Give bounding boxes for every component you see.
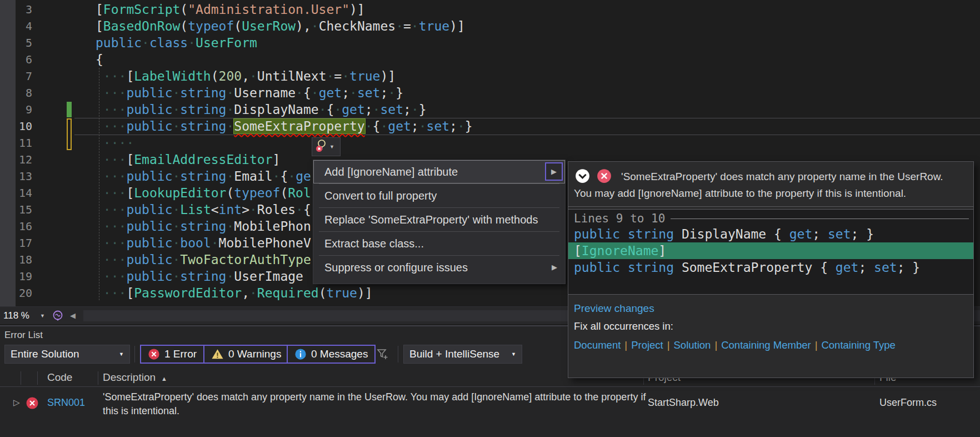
lightbulb-error-icon (314, 138, 328, 155)
code-line[interactable]: 3[FormScript("Administration.User")] (0, 1, 980, 18)
scope-dropdown-value: Entire Solution (11, 348, 79, 360)
code-preview: Lines 9 to 10 public string DisplayName … (568, 210, 973, 294)
quick-actions-menu: Add [IgnoreName] attribute▶Convert to fu… (313, 160, 566, 284)
file-cell: UserForm.cs (879, 397, 937, 409)
menu-item-label: Extract base class... (324, 237, 424, 250)
messages-filter-button[interactable]: 0 Messages (287, 345, 376, 364)
code-line[interactable]: 10 ···public·string·SomeExtraProperty·{·… (0, 118, 980, 135)
line-number: 4 (0, 18, 32, 34)
line-number: 19 (0, 268, 32, 285)
link-separator: | (811, 339, 822, 351)
preview-added-line: [IgnoreName] (568, 242, 973, 259)
code-line[interactable]: 4[BasedOnRow(typeof(UserRow),·CheckNames… (0, 18, 980, 34)
info-icon (294, 348, 307, 360)
filter-icon[interactable] (376, 347, 390, 363)
error-list-title: Error List (4, 330, 43, 341)
chevron-down-icon[interactable]: ▼ (40, 307, 45, 325)
link-separator: | (711, 339, 721, 351)
code-line[interactable]: 6{ (0, 51, 980, 68)
warnings-filter-button[interactable]: 0 Warnings (203, 345, 289, 364)
line-number: 5 (0, 34, 32, 51)
document-health-icon[interactable] (51, 309, 64, 325)
warning-icon (211, 348, 224, 360)
fix-scope-link[interactable]: Solution (674, 339, 711, 351)
code-line[interactable]: 7 ···[LabelWidth(200,·UntilNext·=·true)] (0, 68, 980, 85)
project-cell: StartSharp.Web (648, 397, 719, 409)
line-number: 12 (0, 151, 32, 168)
code-line[interactable]: 8 ···public·string·Username·{·get;·set;·… (0, 85, 980, 101)
code-line[interactable]: 5public·class·UserForm (0, 34, 980, 51)
menu-item-label: Convert to full property (324, 190, 437, 202)
source-dropdown-value: Build + IntelliSense (409, 348, 499, 360)
line-number: 9 (0, 101, 32, 118)
link-separator: | (621, 339, 631, 351)
expand-arrow-icon[interactable]: ▷ (13, 398, 20, 408)
fix-all-label: Fix all occurrences in: (574, 320, 673, 332)
menu-item[interactable]: Extract base class... (313, 232, 565, 255)
error-icon (26, 396, 39, 413)
menu-item[interactable]: Replace 'SomeExtraProperty' with methods (313, 208, 565, 231)
toolbar-separator (134, 346, 135, 362)
submenu-arrow-icon: ▶ (552, 256, 557, 279)
fix-scope-link[interactable]: Containing Member (721, 339, 811, 351)
source-dropdown[interactable]: Build + IntelliSense ▼ (403, 345, 522, 364)
preview-code-line: public string DisplayName { get; set; } (568, 226, 973, 242)
zoom-level-select[interactable]: 118 % (3, 307, 29, 325)
line-number: 8 (0, 85, 32, 101)
fix-scope-link[interactable]: Document (574, 339, 621, 351)
menu-item[interactable]: Add [IgnoreName] attribute▶ (313, 160, 565, 183)
error-icon (148, 348, 160, 360)
fix-scope-link[interactable]: Containing Type (821, 339, 895, 351)
menu-item-label: Suppress or configure issues (324, 261, 468, 274)
line-number: 15 (0, 201, 32, 218)
sort-ascending-icon: ▲ (161, 375, 167, 382)
code-line[interactable]: 9 ···public·string·DisplayName·{·get;·se… (0, 101, 980, 118)
preview-changes-link[interactable]: Preview changes (574, 302, 654, 314)
quick-actions-lightbulb-button[interactable]: ▼ (312, 137, 341, 156)
link-separator: | (663, 339, 674, 351)
submenu-arrow-button[interactable]: ▶ (545, 162, 563, 181)
line-number: 10 (0, 118, 32, 135)
divider (0, 386, 980, 387)
chevron-down-icon: ▼ (119, 345, 124, 363)
fix-preview-popup: 'SomeExtraProperty' does match any prope… (568, 161, 974, 378)
lines-range-label: Lines 9 to 10 (574, 212, 665, 225)
menu-item[interactable]: Suppress or configure issues▶ (313, 256, 565, 279)
errors-filter-label: 1 Error (164, 348, 197, 360)
code-cell[interactable]: SRN001 (47, 397, 85, 409)
line-number: 6 (0, 51, 32, 68)
scope-dropdown[interactable]: Entire Solution ▼ (4, 345, 130, 364)
menu-item[interactable]: Convert to full property (313, 184, 565, 207)
line-number: 16 (0, 218, 32, 235)
column-header-description[interactable]: Description▲ (103, 371, 167, 384)
warnings-filter-label: 0 Warnings (228, 348, 281, 360)
chevron-down-icon: ▼ (329, 144, 334, 150)
column-header-code[interactable]: Code (47, 371, 72, 384)
line-number: 18 (0, 251, 32, 268)
line-number: 3 (0, 1, 32, 18)
description-cell: 'SomeExtraProperty' does match any prope… (103, 390, 661, 418)
chevron-down-icon: ▼ (511, 345, 516, 363)
line-number: 20 (0, 285, 32, 301)
error-row[interactable]: ▷ SRN001 'SomeExtraProperty' does match … (0, 389, 980, 421)
code-line[interactable]: 11 ···· (0, 135, 980, 151)
line-number: 14 (0, 185, 32, 201)
diagnostic-message: 'SomeExtraProperty' does match any prope… (568, 162, 952, 202)
preview-code-line: public string SomeExtraProperty { get; s… (568, 259, 973, 276)
divider (671, 218, 969, 219)
toolbar-separator (398, 346, 398, 362)
scroll-left-button[interactable]: ◀ (70, 307, 76, 325)
fix-scope-link[interactable]: Project (631, 339, 663, 351)
errors-filter-button[interactable]: 1 Error (140, 345, 204, 364)
line-number: 11 (0, 135, 32, 151)
line-number: 13 (0, 168, 32, 185)
menu-item-label: Replace 'SomeExtraProperty' with methods (324, 213, 538, 226)
messages-filter-label: 0 Messages (311, 348, 368, 360)
line-number: 7 (0, 68, 32, 85)
menu-item-label: Add [IgnoreName] attribute (324, 166, 458, 178)
line-number: 17 (0, 235, 32, 251)
